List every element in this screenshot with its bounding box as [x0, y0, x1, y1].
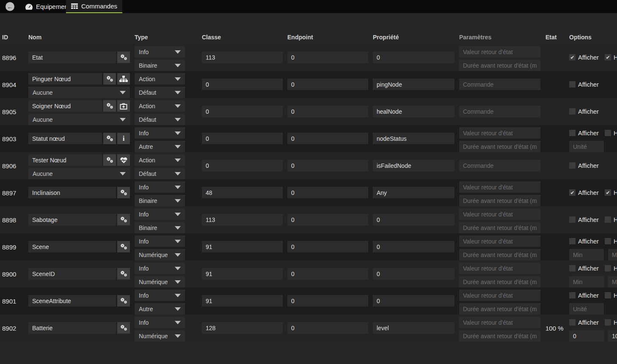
name-input[interactable]	[28, 214, 116, 225]
param-input[interactable]	[459, 60, 540, 71]
name-input[interactable]	[28, 133, 102, 144]
afficher-checkbox[interactable]	[569, 292, 576, 298]
subtype-select[interactable]: Défaut	[135, 114, 185, 125]
afficher-checkbox[interactable]	[569, 238, 576, 244]
subtype-select[interactable]: Binaire	[135, 195, 185, 206]
max-input[interactable]	[608, 276, 617, 287]
cogs-button[interactable]	[117, 241, 130, 252]
param-input[interactable]	[459, 290, 540, 301]
endpoint-input[interactable]	[287, 214, 368, 225]
name-input[interactable]	[28, 154, 102, 166]
cogs-button[interactable]	[117, 52, 130, 63]
type-select[interactable]: Info	[135, 46, 185, 57]
afficher-checkbox[interactable]	[569, 81, 576, 88]
historiser-checkbox[interactable]	[605, 238, 611, 244]
subtype-select[interactable]: Autre	[135, 303, 185, 315]
type-select[interactable]: Action	[135, 73, 185, 85]
endpoint-input[interactable]	[287, 241, 368, 252]
type-select[interactable]: Info	[135, 208, 185, 220]
classe-input[interactable]	[202, 187, 283, 198]
endpoint-input[interactable]	[287, 322, 368, 334]
param-input[interactable]	[459, 141, 540, 152]
endpoint-input[interactable]	[287, 160, 368, 171]
subtype-select[interactable]: Binaire	[135, 60, 185, 71]
classe-input[interactable]	[202, 241, 283, 252]
afficher-checkbox[interactable]	[569, 162, 576, 169]
name-input[interactable]	[28, 187, 116, 198]
subtype-select[interactable]: Numérique	[135, 249, 185, 260]
name-value-select[interactable]: Aucune	[28, 87, 130, 98]
heartbeat-button[interactable]	[117, 154, 130, 166]
type-select[interactable]: Action	[135, 154, 185, 166]
param-input[interactable]	[459, 276, 540, 287]
name-input[interactable]	[28, 100, 102, 112]
name-input[interactable]	[28, 241, 116, 252]
classe-input[interactable]	[202, 268, 283, 279]
classe-input[interactable]	[202, 133, 283, 144]
max-input[interactable]	[608, 330, 617, 342]
type-select[interactable]: Info	[135, 290, 185, 301]
endpoint-input[interactable]	[287, 79, 368, 90]
afficher-checkbox[interactable]	[569, 265, 576, 271]
endpoint-input[interactable]	[287, 187, 368, 198]
propriete-input[interactable]	[373, 133, 454, 144]
param-input[interactable]	[459, 106, 540, 117]
param-input[interactable]	[459, 127, 540, 139]
cogs-button[interactable]	[103, 154, 116, 166]
subtype-select[interactable]: Autre	[135, 141, 185, 152]
min-input[interactable]	[569, 249, 604, 260]
max-input[interactable]	[608, 249, 617, 260]
name-input[interactable]	[28, 322, 116, 334]
historiser-checkbox[interactable]	[605, 130, 611, 136]
info-button[interactable]: i	[117, 133, 130, 144]
propriete-input[interactable]	[373, 187, 454, 198]
min-input[interactable]	[569, 276, 604, 287]
param-input[interactable]	[459, 46, 540, 57]
classe-input[interactable]	[202, 106, 283, 117]
type-select[interactable]: Info	[135, 127, 185, 139]
afficher-checkbox[interactable]	[569, 130, 576, 136]
param-input[interactable]	[459, 317, 540, 328]
tab-commandes[interactable]: Commandes	[66, 0, 122, 13]
type-select[interactable]: Info	[135, 181, 185, 193]
afficher-checkbox[interactable]	[569, 189, 576, 196]
historiser-checkbox[interactable]	[605, 189, 611, 196]
classe-input[interactable]	[202, 52, 283, 63]
afficher-checkbox[interactable]	[569, 319, 576, 326]
propriete-input[interactable]	[373, 160, 454, 171]
name-input[interactable]	[28, 268, 116, 279]
name-input[interactable]	[28, 52, 116, 63]
cogs-button[interactable]	[103, 133, 116, 144]
name-input[interactable]	[28, 73, 102, 85]
type-select[interactable]: Info	[135, 317, 185, 328]
subtype-select[interactable]: Défaut	[135, 168, 185, 179]
historiser-checkbox[interactable]	[605, 265, 611, 271]
cogs-button[interactable]	[117, 214, 130, 225]
param-input[interactable]	[459, 208, 540, 220]
cogs-button[interactable]	[117, 187, 130, 198]
unite-input[interactable]	[569, 141, 604, 152]
param-input[interactable]	[459, 195, 540, 206]
propriete-input[interactable]	[373, 79, 454, 90]
subtype-select[interactable]: Binaire	[135, 222, 185, 233]
classe-input[interactable]	[202, 295, 283, 307]
name-value-select[interactable]: Aucune	[28, 168, 130, 179]
classe-input[interactable]	[202, 160, 283, 171]
afficher-checkbox[interactable]	[569, 54, 576, 60]
endpoint-input[interactable]	[287, 106, 368, 117]
param-input[interactable]	[459, 330, 540, 342]
type-select[interactable]: Info	[135, 263, 185, 274]
cogs-button[interactable]	[117, 268, 130, 279]
unite-input[interactable]	[569, 303, 604, 315]
name-value-select[interactable]: Aucune	[28, 114, 130, 125]
cogs-button[interactable]	[103, 73, 116, 85]
param-input[interactable]	[459, 235, 540, 247]
propriete-input[interactable]	[373, 322, 454, 334]
propriete-input[interactable]	[373, 241, 454, 252]
type-select[interactable]: Action	[135, 100, 185, 112]
subtype-select[interactable]: Numérique	[135, 330, 185, 342]
back-button[interactable]: ←	[6, 2, 14, 11]
historiser-checkbox[interactable]	[605, 292, 611, 298]
endpoint-input[interactable]	[287, 133, 368, 144]
type-select[interactable]: Info	[135, 235, 185, 247]
